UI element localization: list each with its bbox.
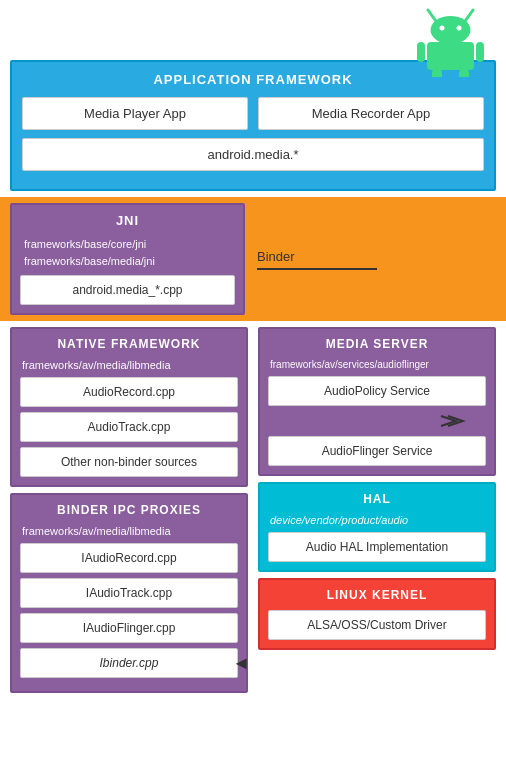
binder-ipc-item-3: Ibinder.cpp [20, 648, 238, 678]
native-framework-title: NATIVE FRAMEWORK [20, 337, 238, 351]
double-arrow-icon [436, 411, 466, 431]
jni-section: JNI frameworks/base/core/jni frameworks/… [10, 203, 245, 315]
android-robot-icon [413, 2, 488, 77]
svg-rect-6 [417, 42, 425, 62]
jni-cpp-box: android.media_*.cpp [20, 275, 235, 305]
android-media-box: android.media.* [22, 138, 484, 171]
svg-rect-5 [427, 42, 474, 70]
arrow-left-icon: ◄ [232, 653, 250, 674]
linux-kernel-section: LINUX KERNEL ALSA/OSS/Custom Driver [258, 578, 496, 650]
binder-line [257, 268, 377, 270]
svg-point-4 [457, 26, 462, 31]
bottom-section: NATIVE FRAMEWORK frameworks/av/media/lib… [0, 321, 506, 693]
svg-rect-8 [432, 69, 442, 77]
media-server-section: MEDIA SERVER frameworks/av/services/audi… [258, 327, 496, 476]
jni-title: JNI [20, 213, 235, 228]
media-recorder-box: Media Recorder App [258, 97, 484, 130]
media-server-item-1: AudioFlinger Service [268, 436, 486, 466]
binder-ipc-title: BINDER IPC PROXIES [20, 503, 238, 517]
binder-ipc-item-3-container: Ibinder.cpp ◄ [20, 648, 238, 678]
binder-ipc-item-2: IAudioFlinger.cpp [20, 613, 238, 643]
binder-ipc-item-1: IAudioTrack.cpp [20, 578, 238, 608]
native-framework-path: frameworks/av/media/libmedia [20, 359, 238, 371]
native-item-1: AudioTrack.cpp [20, 412, 238, 442]
hal-item-0: Audio HAL Implementation [268, 532, 486, 562]
orange-band: JNI frameworks/base/core/jni frameworks/… [0, 197, 506, 321]
media-server-path: frameworks/av/services/audioflinger [268, 359, 486, 370]
svg-point-2 [431, 16, 471, 44]
jni-path1: frameworks/base/core/jni [24, 238, 146, 250]
app-framework-section: APPLICATION FRAMEWORK Media Player App M… [10, 60, 496, 191]
svg-point-3 [440, 26, 445, 31]
jni-paths: frameworks/base/core/jni frameworks/base… [20, 236, 235, 269]
native-framework-section: NATIVE FRAMEWORK frameworks/av/media/lib… [10, 327, 248, 487]
binder-ipc-section: BINDER IPC PROXIES frameworks/av/media/l… [10, 493, 248, 693]
media-server-item-0: AudioPolicy Service [268, 376, 486, 406]
binder-area: Binder [253, 203, 496, 315]
right-column: MEDIA SERVER frameworks/av/services/audi… [253, 321, 506, 693]
left-column: NATIVE FRAMEWORK frameworks/av/media/lib… [0, 321, 253, 693]
svg-rect-7 [476, 42, 484, 62]
linux-kernel-item-0: ALSA/OSS/Custom Driver [268, 610, 486, 640]
app-row-1: Media Player App Media Recorder App [22, 97, 484, 130]
binder-ipc-item-0: IAudioRecord.cpp [20, 543, 238, 573]
binder-ipc-path: frameworks/av/media/libmedia [20, 525, 238, 537]
jni-path2: frameworks/base/media/jni [24, 255, 155, 267]
binder-label: Binder [257, 249, 377, 270]
hal-title: HAL [268, 492, 486, 506]
arrows-between [268, 411, 486, 434]
media-server-title: MEDIA SERVER [268, 337, 486, 351]
native-item-2: Other non-binder sources [20, 447, 238, 477]
linux-kernel-title: LINUX KERNEL [268, 588, 486, 602]
native-item-0: AudioRecord.cpp [20, 377, 238, 407]
app-row-2: android.media.* [22, 138, 484, 171]
hal-section: HAL device/vendor/product/audio Audio HA… [258, 482, 496, 572]
hal-path: device/vendor/product/audio [268, 514, 486, 526]
media-player-box: Media Player App [22, 97, 248, 130]
svg-rect-9 [459, 69, 469, 77]
